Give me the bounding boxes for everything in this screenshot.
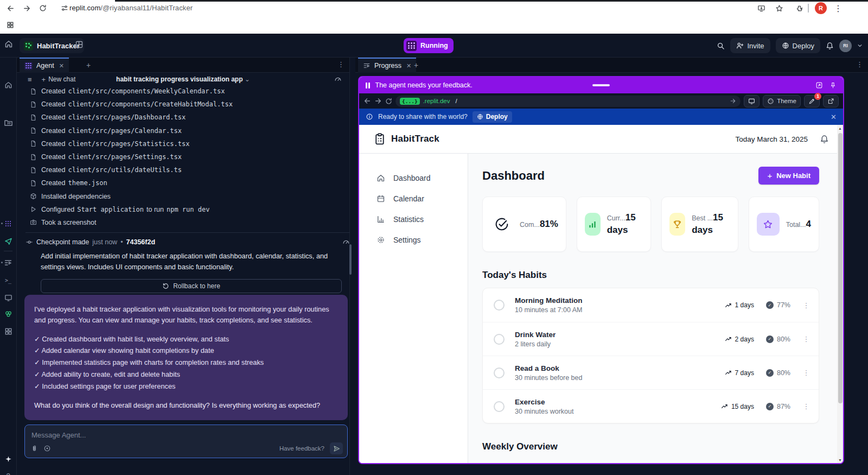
webview-scrollbar[interactable]: ▲ ▼ xyxy=(837,125,843,463)
panel-menu-button[interactable]: ⋮ xyxy=(337,60,344,68)
habit-checkbox[interactable] xyxy=(494,334,505,345)
habit-menu-button[interactable]: ⋮ xyxy=(802,301,810,309)
new-chat-button[interactable]: +New chat xyxy=(42,75,76,84)
agent-event[interactable]: Installed dependencies xyxy=(30,190,342,203)
tab-progress[interactable]: Progress ✕ xyxy=(358,58,416,73)
webview-forward-button[interactable] xyxy=(374,97,382,105)
agent-event[interactable]: Createdclient/src/components/CreateHabit… xyxy=(30,98,342,111)
pin-icon[interactable] xyxy=(829,82,837,89)
devtools-button[interactable] xyxy=(744,95,760,107)
home-button[interactable] xyxy=(4,40,13,48)
rail-deployments-button[interactable] xyxy=(0,235,16,248)
agent-event[interactable]: Createdclient/src/components/WeeklyCalen… xyxy=(30,85,342,98)
close-banner-button[interactable]: ✕ xyxy=(831,113,837,121)
panel-menu-button[interactable]: ⋮ xyxy=(856,60,863,68)
new-habit-button[interactable]: + New Habit xyxy=(758,167,819,185)
invite-button[interactable]: Invite xyxy=(730,38,770,53)
context-icon[interactable] xyxy=(43,445,51,452)
agent-event[interactable]: ConfiguredStart applicationto runnpm run… xyxy=(30,203,342,216)
extensions-button[interactable] xyxy=(792,1,806,15)
feedback-link[interactable]: Have feedback? xyxy=(279,445,324,452)
preview-panel: Progress ✕ + ⋮ The agent needs your feed… xyxy=(355,58,868,475)
agent-event[interactable]: Createdclient/src/utils/dateUtils.ts xyxy=(30,163,342,176)
agent-event[interactable]: Createdclient/src/pages/Settings.tsx xyxy=(30,150,342,163)
habit-checkbox[interactable] xyxy=(494,300,505,311)
rail-console-button[interactable] xyxy=(0,256,16,269)
rail-database-button[interactable] xyxy=(0,307,16,320)
annotate-button[interactable]: 1 xyxy=(804,95,820,107)
rail-upgrade-button[interactable] xyxy=(0,453,16,466)
habit-menu-button[interactable]: ⋮ xyxy=(802,369,810,377)
rail-webview-button[interactable] xyxy=(0,291,16,304)
agent-event[interactable]: Createdclient/src/pages/Dashboard.tsx xyxy=(30,111,342,124)
browser-forward-button[interactable] xyxy=(20,1,34,15)
tab-agent[interactable]: Agent ✕ xyxy=(20,58,69,73)
agent-message: I've deployed a habit tracker applicatio… xyxy=(24,295,348,420)
rail-help-button[interactable]: ? xyxy=(0,469,16,475)
trend-up-icon xyxy=(725,302,732,309)
sidebar-item-settings[interactable]: Settings xyxy=(359,230,468,250)
close-tab-icon[interactable]: ✕ xyxy=(59,62,64,69)
webview-back-button[interactable] xyxy=(363,97,371,105)
user-avatar[interactable]: RI xyxy=(839,40,852,52)
scroll-down-arrow[interactable]: ▼ xyxy=(837,457,843,463)
banner-deploy-button[interactable]: Deploy xyxy=(473,111,512,123)
send-button[interactable] xyxy=(330,442,343,454)
scroll-up-arrow[interactable]: ▲ xyxy=(837,125,843,131)
sidebar-item-calendar[interactable]: Calendar xyxy=(359,188,468,209)
open-external-button[interactable] xyxy=(823,95,839,107)
browser-profile-avatar[interactable]: R xyxy=(815,2,827,14)
pause-icon[interactable] xyxy=(366,83,370,88)
layout-button[interactable] xyxy=(75,40,84,49)
search-button[interactable] xyxy=(717,42,725,50)
message-input[interactable] xyxy=(31,431,341,439)
chat-history-button[interactable]: ≡ xyxy=(28,75,32,84)
usage-gauge-icon[interactable] xyxy=(334,75,342,83)
go-arrow-icon[interactable] xyxy=(730,98,736,104)
agent-event[interactable]: Createdclient/src/pages/Calendar.tsx xyxy=(30,124,342,137)
agent-event[interactable]: Createdclient/src/pages/Statistics.tsx xyxy=(30,137,342,150)
webview-url-path: / xyxy=(455,98,457,104)
run-status-button[interactable]: Running xyxy=(404,38,454,53)
app-bell-button[interactable] xyxy=(820,135,829,144)
habit-checkbox[interactable] xyxy=(494,368,505,378)
attach-icon[interactable] xyxy=(30,445,38,452)
browser-menu-button[interactable]: ⋮ xyxy=(831,1,845,15)
webview-url-bar[interactable]: {...} .replit.dev / xyxy=(395,96,741,107)
install-icon xyxy=(757,4,765,12)
repl-title-chip[interactable]: HabitTracker xyxy=(20,38,84,53)
sidebar-item-statistics[interactable]: Statistics xyxy=(359,209,468,230)
rollback-button[interactable]: Rollback to here xyxy=(41,279,342,293)
sidebar-item-dashboard[interactable]: Dashboard xyxy=(359,168,468,188)
habit-menu-button[interactable]: ⋮ xyxy=(802,402,810,410)
bookmark-button[interactable] xyxy=(772,1,786,15)
browser-back-button[interactable] xyxy=(3,1,17,15)
browser-reload-button[interactable] xyxy=(36,1,50,15)
rail-shell-button[interactable]: >_ xyxy=(0,274,16,287)
theme-button[interactable]: Theme xyxy=(763,95,801,107)
deploy-button[interactable]: Deploy xyxy=(776,38,820,53)
panel-resize-handle[interactable] xyxy=(349,244,352,275)
habit-checkbox[interactable] xyxy=(494,401,505,412)
rail-apps-button[interactable] xyxy=(0,325,16,338)
notifications-button[interactable] xyxy=(826,42,834,50)
agent-event[interactable]: Took a screenshot xyxy=(30,216,342,229)
new-tab-button[interactable]: + xyxy=(414,61,418,69)
file-icon xyxy=(30,140,37,147)
webview-reload-button[interactable] xyxy=(385,98,392,105)
rail-agent-button[interactable] xyxy=(0,217,16,230)
progress-indicator xyxy=(592,84,610,86)
agent-panel: Agent ✕ + ⋮ ≡ habit tracking progress vi… xyxy=(16,58,350,475)
plus-icon: + xyxy=(767,171,772,180)
rail-files-button[interactable] xyxy=(0,116,16,129)
expand-icon[interactable] xyxy=(815,81,823,89)
apps-shortcut-button[interactable] xyxy=(3,18,17,32)
close-tab-icon[interactable]: ✕ xyxy=(406,62,411,69)
new-tab-button[interactable]: + xyxy=(86,61,91,69)
agent-event[interactable]: Createdtheme.json xyxy=(30,176,342,189)
habit-menu-button[interactable]: ⋮ xyxy=(802,335,810,343)
install-app-button[interactable] xyxy=(754,1,768,15)
scrollbar-thumb[interactable] xyxy=(838,133,843,403)
address-bar[interactable]: replit.com/@riyabansal11/HabitTracker xyxy=(69,4,193,12)
rail-home-button[interactable] xyxy=(0,78,16,91)
